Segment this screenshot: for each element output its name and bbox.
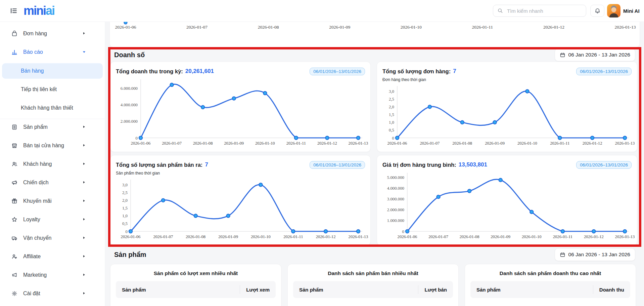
chart-date-badge: 06/01/2026–13/01/2026 (576, 68, 632, 75)
svg-text:2026-01-11: 2026-01-11 (283, 234, 303, 239)
svg-text:0,5: 0,5 (389, 128, 394, 132)
chart-date-badge: 06/01/2026–13/01/2026 (576, 161, 632, 169)
sidebar-item-chien-dich[interactable]: Chiến dịch (1, 175, 103, 190)
product-table-card-most-viewed: Sản phẩm có lượt xem nhiều nhấtSản phẩmL… (110, 264, 281, 306)
bell-icon (594, 8, 601, 14)
chevron-right-icon (82, 254, 87, 259)
partial-chart-card: 2026-01-062026-01-072026-01-082026-01-09… (109, 22, 640, 47)
chevron-right-icon (82, 236, 87, 240)
svg-text:4.000.000: 4.000.000 (387, 186, 404, 191)
sidebar-item-tiep-thi-lien-ket[interactable]: Tiếp thị liên kết (2, 82, 103, 97)
svg-text:2026-01-09: 2026-01-09 (224, 141, 244, 146)
sidebar-item-don-hang[interactable]: Đơn hàng (1, 26, 103, 41)
gear-icon (11, 290, 18, 297)
chart-title-row: Tổng số lượng đơn hàng:706/01/2026–13/01… (382, 66, 632, 77)
svg-text:2026-01-12: 2026-01-12 (317, 141, 337, 146)
svg-text:1,0: 1,0 (389, 120, 394, 125)
sidebar-item-cai-dat[interactable]: Cài đặt (1, 286, 103, 301)
revenue-line-chart: 02.000.0004.000.0006.000.0002026-01-0620… (116, 77, 365, 147)
axis-date-label: 2026-01-09 (319, 25, 361, 30)
sidebar-item-ban-hang[interactable]: Bán hàng (2, 63, 103, 79)
svg-text:1,5: 1,5 (122, 206, 128, 211)
svg-text:2,0: 2,0 (122, 198, 128, 203)
sidebar-item-label: Khách hàng thân thiết (21, 105, 73, 111)
axis-date-label: 2026-01-08 (247, 25, 289, 30)
table-header-row: Sản phẩmDoanh thu (470, 281, 630, 298)
avg-order-value-line-chart: 01.000.0002.000.0003.000.0004.000.0005.0… (382, 170, 632, 241)
sidebar-item-affiliate[interactable]: Affiliate (1, 249, 103, 264)
sidebar-item-label: Sản phẩm (23, 124, 48, 130)
chart-title-label: Tổng doanh thu trong kỳ: (116, 68, 183, 75)
table-header-row: Sản phẩmLượt bán (293, 281, 453, 298)
sidebar-item-khach-hang[interactable]: Khách hàng (1, 157, 103, 171)
sales-charts-grid: Tổng doanh thu trong kỳ:20,261,60106/01/… (110, 62, 636, 245)
list-icon (11, 124, 18, 130)
store-icon (11, 142, 18, 149)
quick-search (493, 5, 586, 17)
user-avatar[interactable] (607, 4, 620, 17)
chevron-right-icon (82, 199, 87, 203)
svg-text:2026-01-12: 2026-01-12 (584, 234, 604, 239)
logo-text-primary: mini (24, 4, 46, 17)
sales-date-range-label: 06 Jan 2026 - 13 Jan 2026 (568, 52, 630, 58)
notifications-button[interactable] (590, 5, 604, 17)
products-date-range-button[interactable]: 06 Jan 2026 - 13 Jan 2026 (555, 248, 635, 261)
chevron-right-icon (82, 162, 87, 166)
svg-text:2,5: 2,5 (389, 97, 394, 102)
user-name-label: Mini AI (623, 0, 640, 22)
products-sold-line-chart: 00,51,01,52,02,53,02026-01-062026-01-072… (116, 177, 365, 241)
sidebar-item-san-pham[interactable]: Sản phẩm (1, 120, 103, 135)
svg-text:0: 0 (392, 136, 394, 141)
chart-title-row: Tổng doanh thu trong kỳ:20,261,60106/01/… (116, 66, 365, 77)
sidebar-item-label: Tiếp thị liên kết (21, 86, 57, 92)
sidebar-item-bao-cao[interactable]: Báo cáo (1, 45, 103, 60)
sidebar-item-khach-hang-than-thiet[interactable]: Khách hàng thân thiết (2, 100, 103, 116)
users-icon (11, 161, 18, 167)
svg-text:2026-01-11: 2026-01-11 (286, 141, 306, 146)
svg-text:2026-01-09: 2026-01-09 (485, 141, 505, 146)
chevron-right-icon (82, 143, 87, 148)
sales-date-range-button[interactable]: 06 Jan 2026 - 13 Jan 2026 (555, 48, 635, 61)
svg-text:2026-01-12: 2026-01-12 (583, 141, 602, 146)
svg-text:2026-01-10: 2026-01-10 (522, 234, 542, 239)
sidebar-item-label: Đơn hàng (23, 31, 47, 37)
svg-text:2,5: 2,5 (122, 190, 128, 195)
sidebar-item-label: Báo cáo (23, 49, 43, 55)
chart-date-badge: 06/01/2026–13/01/2026 (310, 68, 365, 75)
chart-card-revenue: Tổng doanh thu trong kỳ:20,261,60106/01/… (110, 62, 371, 152)
svg-text:0,5: 0,5 (122, 221, 128, 226)
chart-date-badge: 06/01/2026–13/01/2026 (310, 161, 365, 169)
sidebar-item-khuyen-mai[interactable]: Khuyến mãi (1, 194, 103, 208)
column-header-product: Sản phẩm (476, 287, 593, 293)
chart-title-label: Giá trị đơn hàng trung bình: (382, 162, 456, 168)
sales-section-header: Doanh số 06 Jan 2026 - 13 Jan 2026 (114, 48, 635, 61)
chart-title-value: 7 (205, 161, 208, 168)
chart-title-value: 20,261,601 (185, 68, 214, 75)
star-icon (11, 216, 18, 223)
product-table-card-best-selling: Danh sách sản phẩm bán nhiều nhấtSản phẩ… (287, 264, 459, 306)
sidebar-item-label: Vận chuyển (23, 235, 52, 241)
svg-text:1,0: 1,0 (122, 214, 128, 218)
sidebar-item-ban-tai-cua-hang[interactable]: Bán tại cửa hàng (1, 138, 103, 153)
logo-text-secondary: ai (46, 4, 54, 17)
chart-title-row: Giá trị đơn hàng trung bình:13,503,80106… (382, 159, 632, 170)
gift-icon (11, 198, 18, 204)
svg-text:2026-01-08: 2026-01-08 (460, 234, 479, 239)
brand-logo[interactable]: miniai (24, 5, 54, 17)
svg-text:2,0: 2,0 (389, 105, 394, 109)
svg-text:2026-01-09: 2026-01-09 (491, 234, 510, 239)
svg-text:2026-01-10: 2026-01-10 (255, 141, 275, 146)
table-title: Danh sách sản phẩm doanh thu cao nhất (470, 270, 630, 276)
sidebar-item-marketing[interactable]: Marketing (1, 268, 103, 282)
sidebar-item-loyalty[interactable]: Loyalty (1, 212, 103, 227)
sidebar-item-van-chuyen[interactable]: Vận chuyển (1, 231, 103, 245)
svg-text:2026-01-07: 2026-01-07 (153, 234, 173, 239)
chart-card-avg-order-value: Giá trị đơn hàng trung bình:13,503,80106… (377, 155, 637, 245)
svg-text:3,0: 3,0 (122, 183, 128, 187)
search-input[interactable] (506, 8, 582, 14)
table-title: Sản phẩm có lượt xem nhiều nhất (116, 270, 276, 276)
svg-text:2026-01-13: 2026-01-13 (615, 141, 635, 146)
sidebar-toggle-button[interactable] (9, 6, 18, 15)
column-header-metric: Lượt xem (240, 285, 270, 294)
chevron-right-icon (82, 217, 87, 222)
